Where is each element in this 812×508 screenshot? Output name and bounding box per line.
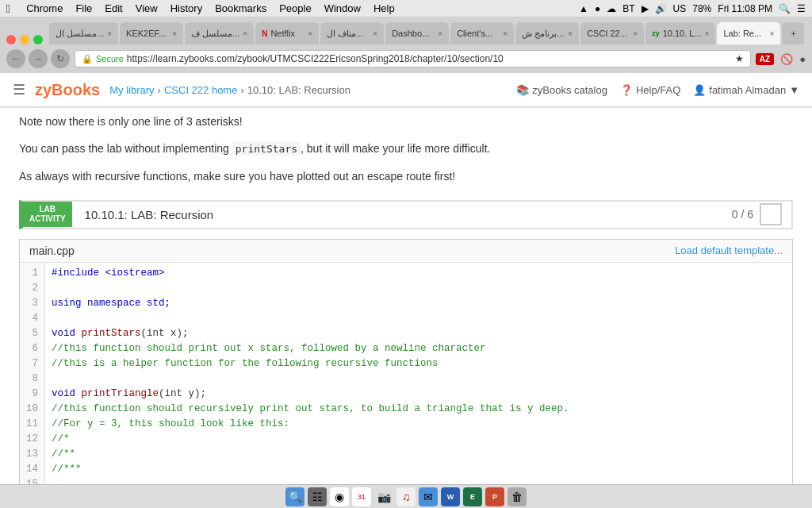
zybooks-header: ☰ zyBooks My library › CSCI 222 home › 1…	[0, 73, 812, 108]
menu-window[interactable]: Window	[324, 2, 361, 14]
code-area[interactable]: 1234 5678 9101112 13141516 1718 #include…	[20, 263, 792, 484]
menu-view[interactable]: View	[136, 2, 158, 14]
user-icon: 👤	[693, 84, 706, 96]
breadcrumb: My library › CSCI 222 home › 10.10: LAB:…	[109, 84, 350, 96]
tab-2[interactable]: KEK2EF...×	[120, 22, 183, 44]
tab-csci[interactable]: CSCI 22...×	[580, 22, 644, 44]
code-line-9: void printTriangle(int y);	[52, 387, 786, 402]
code-line-3: using namespace std;	[52, 296, 786, 311]
code-line-6: //this function should print out x stars…	[52, 341, 786, 356]
menu-edit[interactable]: Edit	[105, 2, 122, 14]
help-icon: ❓	[620, 84, 633, 96]
catalog-button[interactable]: 📚 zyBooks catalog	[516, 84, 607, 96]
code-line-4	[52, 311, 786, 326]
page-content-area: Note now there is only one line of 3 ast…	[0, 108, 812, 484]
nav-buttons: ← → ↻	[6, 49, 70, 68]
menu-items: Chrome File Edit View History Bookmarks …	[26, 2, 395, 14]
tab-netflix[interactable]: NNetflix×	[255, 22, 319, 44]
book-icon: 📚	[516, 84, 529, 96]
adblock-icon[interactable]: 🚫	[780, 53, 793, 65]
text-escape: As always with recursive functions, make…	[19, 163, 793, 190]
tab-lab-active[interactable]: Lab: Re...×	[717, 22, 780, 44]
code-line-14: //***	[52, 462, 786, 477]
secure-label: Secure	[96, 54, 124, 64]
search-icon[interactable]: 🔍	[779, 3, 791, 14]
address-bar: ← → ↻ 🔒 Secure https://learn.zybooks.com…	[0, 44, 812, 73]
browser-actions: AZ 🚫 ●	[756, 53, 806, 65]
tab-3[interactable]: مسلسل ف...×	[185, 22, 254, 44]
lab-score: 0 / 6	[732, 203, 791, 225]
tab-5[interactable]: مناف ال...×	[320, 22, 384, 44]
editor-header: main.cpp Load default template...	[20, 240, 792, 263]
secure-icon: 🔒	[82, 54, 93, 64]
menu-chrome[interactable]: Chrome	[26, 2, 63, 14]
code-line-10: //this function should recursively print…	[52, 402, 786, 417]
code-line-15	[52, 477, 786, 484]
star-icon[interactable]: ★	[735, 53, 744, 64]
lab-label: LAB ACTIVITY	[23, 202, 72, 227]
breadcrumb-library[interactable]: My library	[109, 84, 154, 96]
extension-icon[interactable]: ●	[799, 53, 806, 65]
code-line-8	[52, 371, 786, 387]
breadcrumb-course[interactable]: CSCI 222 home	[164, 84, 238, 96]
code-lines[interactable]: #include <iostream> using namespace std;…	[45, 263, 792, 484]
back-button[interactable]: ←	[6, 49, 25, 68]
menu-bar-right: ▲●☁BT ▶🔊US78% Fri 11:08 PM 🔍 ☰	[579, 3, 806, 14]
code-line-11: //For y = 3, this should look like this:	[52, 417, 786, 432]
menu-bar:  Chrome File Edit View History Bookmark…	[0, 0, 812, 17]
code-line-7: //this is a helper function for the foll…	[52, 356, 786, 371]
user-menu[interactable]: 👤 fatimah Almadan ▼	[693, 84, 799, 96]
menu-help[interactable]: Help	[373, 2, 395, 14]
chevron-down-icon: ▼	[789, 84, 799, 96]
tab-dashbo[interactable]: Dashbo...×	[385, 22, 449, 44]
help-button[interactable]: ❓ Help/FAQ	[620, 84, 680, 96]
reload-button[interactable]: ↻	[51, 49, 70, 68]
page-content: Note now there is only one line of 3 ast…	[0, 108, 812, 484]
lab-activity-bar: LAB ACTIVITY 10.10.1: LAB: Recursion 0 /…	[19, 200, 793, 229]
code-line-13: //**	[52, 447, 786, 462]
menu-file[interactable]: File	[75, 2, 92, 14]
text-passnote: You can pass the lab without implementin…	[19, 135, 793, 163]
text-note: Note now there is only one line of 3 ast…	[19, 108, 793, 135]
code-line-12: //*	[52, 432, 786, 447]
close-button[interactable]	[6, 35, 16, 44]
code-editor: main.cpp Load default template... 1234 5…	[19, 239, 793, 484]
traffic-lights	[6, 35, 43, 44]
zybooks-logo: zyBooks	[35, 81, 100, 99]
menu-icon[interactable]: ☰	[797, 3, 806, 14]
browser-chrome: مسلسل ال...× KEK2EF...× مسلسل ف...× NNet…	[0, 17, 812, 73]
editor-filename: main.cpp	[29, 244, 75, 257]
menu-bookmarks[interactable]: Bookmarks	[215, 2, 266, 14]
url-text[interactable]: https://learn.zybooks.com/zybook/UTMCSCI…	[127, 53, 732, 64]
tabs-bar: مسلسل ال...× KEK2EF...× مسلسل ف...× NNet…	[0, 17, 812, 44]
lab-title: 10.10.1: LAB: Recursion	[72, 202, 732, 228]
code-line-2	[52, 281, 786, 296]
minimize-button[interactable]	[20, 35, 29, 44]
sidebar-toggle[interactable]: ☰	[13, 81, 25, 98]
code-line-5: void printStars(int x);	[52, 326, 786, 341]
breadcrumb-current: 10.10: LAB: Recursion	[247, 84, 350, 96]
load-template-button[interactable]: Load default template...	[675, 244, 783, 256]
score-box	[760, 203, 782, 225]
time-display: Fri 11:08 PM	[718, 3, 772, 14]
profile-icon[interactable]: AZ	[756, 53, 774, 65]
code-line-1: #include <iostream>	[52, 266, 786, 281]
header-right: 📚 zyBooks catalog ❓ Help/FAQ 👤 fatimah A…	[516, 84, 799, 96]
new-tab-button[interactable]: +	[782, 22, 804, 44]
apple-menu[interactable]: 	[6, 2, 10, 15]
tab-lab-nav[interactable]: zy10.10. L...×	[645, 22, 715, 44]
url-bar[interactable]: 🔒 Secure https://learn.zybooks.com/zyboo…	[75, 50, 751, 67]
menu-history[interactable]: History	[170, 2, 202, 14]
tab-1[interactable]: مسلسل ال...×	[49, 22, 118, 44]
line-numbers: 1234 5678 9101112 13141516 1718	[20, 263, 45, 484]
code-printstars: printStars	[232, 142, 301, 156]
maximize-button[interactable]	[33, 35, 43, 44]
forward-button[interactable]: →	[29, 49, 48, 68]
tab-7[interactable]: برنامج ش...×	[515, 22, 579, 44]
tab-clients[interactable]: Client's...×	[450, 22, 514, 44]
menu-people[interactable]: People	[279, 2, 311, 14]
